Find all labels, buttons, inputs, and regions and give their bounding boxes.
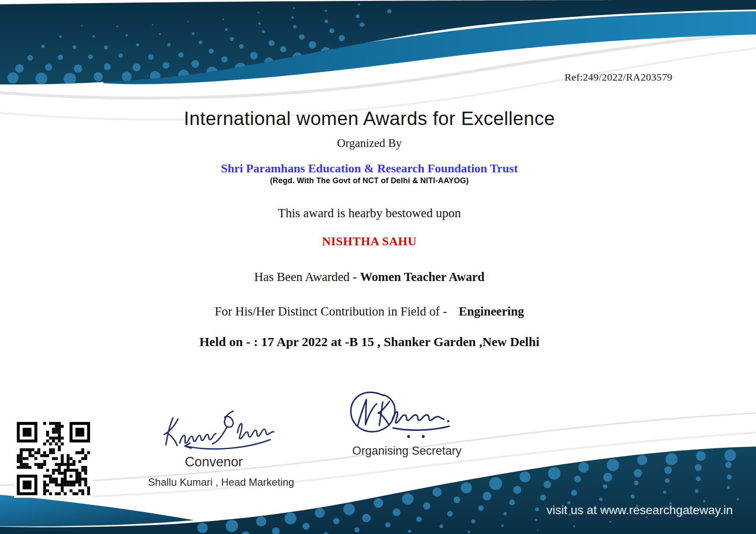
organising-secretary-label: Organising Secretary — [338, 444, 476, 458]
field-line-prefix: For His/Her Distinct Contribution in Fie… — [215, 304, 450, 318]
field-value: Engineering — [459, 304, 524, 318]
qr-code — [14, 419, 93, 498]
award-line: Has Been Awarded - Women Teacher Award — [0, 270, 739, 284]
bottom-dark-band — [0, 447, 756, 534]
organization-registration: (Regd. With The Govt of NCT of Delhi & N… — [0, 176, 739, 185]
convenor-signature — [157, 405, 282, 455]
organized-by-label: Organized By — [0, 137, 739, 150]
top-gray-ribbon-1 — [0, 32, 756, 98]
convenor-detail-label: Shallu Kumari , Head Marketing — [126, 476, 316, 488]
certificate-title: International women Awards for Excellenc… — [0, 108, 739, 129]
award-line-prefix: Has Been Awarded - — [254, 270, 360, 284]
top-halftone-dots — [7, 0, 472, 85]
certificate-page: Ref:249/2022/RA203579 International wome… — [0, 0, 756, 534]
recipient-name: NISHTHA SAHU — [0, 234, 739, 248]
organising-secretary-signature — [341, 386, 465, 442]
bottom-gray-ribbon-2 — [0, 433, 756, 500]
organization-name: Shri Paramhans Education & Research Foun… — [0, 162, 739, 175]
field-line: For His/Her Distinct Contribution in Fie… — [0, 304, 739, 319]
ref-number: Ref:249/2022/RA203579 — [565, 72, 672, 83]
top-wave-decoration — [0, 0, 756, 181]
website-text: visit us at www.researchgateway.in — [547, 503, 703, 517]
convenor-role-label: Convenor — [145, 454, 283, 470]
award-name: Women Teacher Award — [360, 270, 484, 284]
bottom-blue-wedge — [0, 495, 194, 526]
held-on-line: Held on - : 17 Apr 2022 at -B 15 , Shank… — [0, 334, 739, 349]
bestowed-line: This award is hearby bestowed upon — [0, 206, 739, 220]
